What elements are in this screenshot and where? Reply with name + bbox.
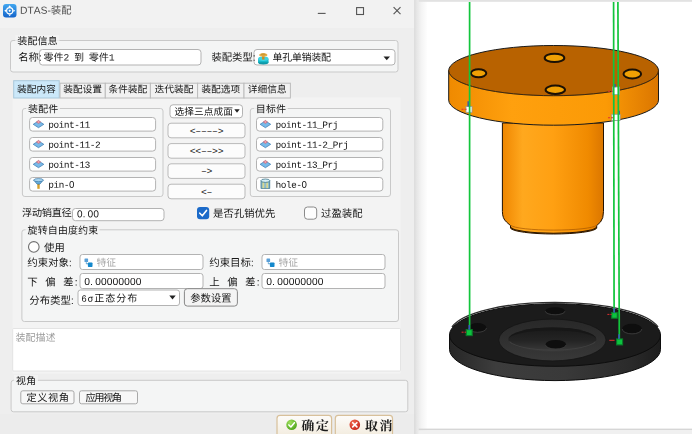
svg-text:<––––>: <––––> [190,126,224,137]
svg-text:–>: –> [201,166,213,177]
svg-text:<<––>>: <<––>> [190,146,224,157]
svg-text:<–: <– [201,187,213,198]
